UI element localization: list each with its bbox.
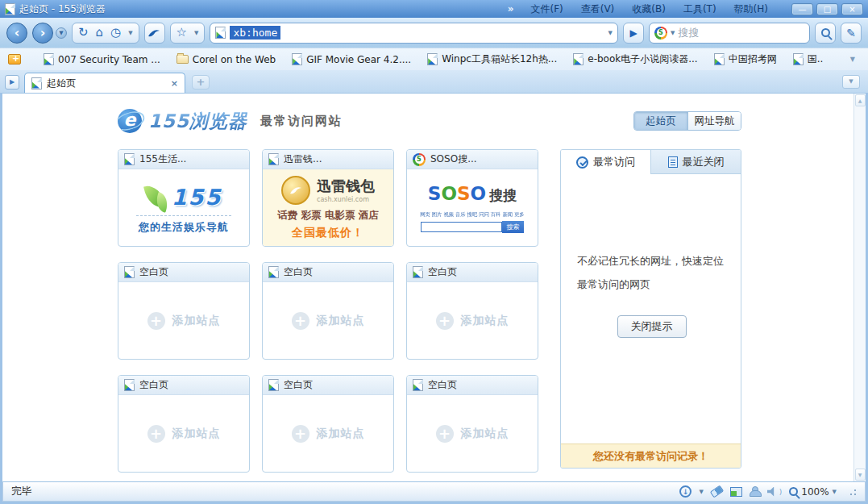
add-site-button[interactable]: +添加站点 [147, 312, 221, 330]
page-icon [427, 53, 438, 65]
tabbar-chevron-button[interactable]: ▼ [842, 75, 860, 89]
layout-panel-icon[interactable] [730, 487, 742, 497]
menu-file[interactable]: 文件(F) [521, 2, 571, 17]
maximize-button[interactable]: □ [816, 3, 838, 15]
blank-tile[interactable]: 空白页 +添加站点 [406, 262, 538, 360]
star-icon[interactable]: ☆ [177, 27, 187, 39]
blank-tile[interactable]: 空白页 +添加站点 [406, 375, 538, 473]
bookmark-item[interactable]: Corel on the Web [170, 52, 282, 67]
bookmark-item[interactable]: 007 Security Team ... [37, 52, 167, 67]
site-tile-soso[interactable]: SOSO搜... SOSO 搜搜 网页 图片 视频 音乐 搜吧 问问 百科 新闻… [406, 149, 538, 247]
download-dropdown-icon[interactable]: ▼ [699, 489, 703, 495]
refresh-icon[interactable]: ↻ [78, 27, 89, 39]
search-box[interactable]: ▼ [649, 23, 810, 44]
bookmarks-overflow-button[interactable]: ▼ [845, 54, 860, 65]
zoom-control[interactable]: 100% ▼ [789, 486, 837, 498]
panel-tab-recent[interactable]: 最近关闭 [651, 150, 741, 174]
menu-favorites[interactable]: 收藏(B) [623, 2, 675, 17]
soso-search-button[interactable]: 搜索 [502, 221, 524, 233]
menu-tools[interactable]: 工具(T) [675, 2, 725, 17]
minimize-button[interactable]: — [791, 3, 813, 15]
new-tab-button[interactable]: + [192, 75, 210, 90]
bookmark-label: Corel on the Web [193, 54, 276, 65]
engine-dropdown-icon[interactable]: ▼ [671, 30, 675, 36]
bookmark-item[interactable]: Winpc工具箱站长12h热... [421, 51, 563, 68]
page-icon [268, 266, 279, 278]
tab-list-button[interactable]: ▶ [5, 75, 19, 90]
edit-button[interactable]: ✎ [841, 23, 862, 44]
menu-view[interactable]: 查看(V) [572, 2, 624, 17]
bookmark-item[interactable]: 国.. [787, 51, 830, 68]
soso-search-input[interactable] [421, 222, 502, 232]
tile-title: SOSO搜... [430, 152, 477, 166]
bookmark-item[interactable]: e-book电子小说阅读器... [567, 51, 704, 68]
bookmark-label: 007 Security Team ... [58, 54, 160, 65]
site-tile-155[interactable]: 155生活... 155 您的生活娱乐导航 [118, 149, 250, 247]
start-page-button[interactable]: 起始页 [634, 112, 687, 130]
most-visited-panel: 最常访问 最近关闭 不必记住冗长的网址，快速定位最常访问的网页 关闭提示 [560, 149, 741, 469]
menu-overflow-icon[interactable]: » [508, 3, 514, 15]
address-dropdown-icon[interactable]: ▼ [608, 30, 613, 36]
blank-tile[interactable]: 空白页 +添加站点 [118, 375, 250, 473]
resize-grip[interactable] [849, 488, 857, 496]
zoom-dropdown-icon[interactable]: ▼ [833, 489, 837, 495]
blank-tile[interactable]: 空白页 +添加站点 [262, 262, 394, 360]
history-icon[interactable]: ◷ [110, 27, 121, 39]
blank-tile[interactable]: 空白页 +添加站点 [118, 262, 250, 360]
page-icon [714, 53, 725, 65]
add-favorite-icon[interactable] [8, 54, 21, 65]
soso-logo: SOSO 搜搜 [428, 183, 517, 205]
close-button[interactable]: × [841, 3, 863, 15]
tab-start-page[interactable]: 起始页 × [24, 73, 185, 93]
tile-title: 155生活... [139, 152, 186, 166]
back-button[interactable]: ‹ [6, 23, 27, 44]
chevron-down-icon[interactable]: ▼ [194, 30, 198, 36]
add-site-button[interactable]: +添加站点 [147, 425, 221, 443]
clean-traces-icon[interactable] [710, 485, 724, 498]
home-icon[interactable]: ⌂ [96, 27, 104, 39]
swallow-icon [289, 185, 303, 195]
forward-button[interactable]: › [32, 23, 53, 44]
bookmark-item[interactable]: GIF Movie Gear 4.2.... [285, 52, 417, 67]
tile-title: 空白页 [284, 265, 313, 279]
scroll-up-button[interactable]: ▲ [855, 94, 866, 106]
add-site-button[interactable]: +添加站点 [436, 312, 509, 330]
history-dropdown-icon[interactable]: ▼ [56, 27, 67, 39]
tab-close-icon[interactable]: × [171, 78, 178, 89]
tab-label: 起始页 [47, 77, 166, 90]
scroll-down-button[interactable]: ▼ [855, 469, 866, 481]
page-icon [31, 77, 42, 90]
go-button[interactable]: ▶ [623, 23, 644, 44]
view-switcher: 起始页 网址导航 [633, 111, 741, 131]
search-button[interactable] [815, 23, 836, 44]
site-tile-xunlei[interactable]: 迅雷钱... 迅雷钱包 cash.xunlei.com [262, 149, 394, 247]
panel-footer-message: 您还没有最常访问记录！ [561, 444, 741, 468]
address-bar[interactable]: xb:home ▼ [210, 23, 618, 44]
soso-engine-icon[interactable] [654, 27, 667, 40]
user-icon[interactable] [750, 486, 760, 497]
search-input[interactable] [678, 27, 804, 39]
add-site-button[interactable]: +添加站点 [292, 425, 365, 443]
xunlei-url: cash.xunlei.com [317, 196, 375, 203]
site-navigation-button[interactable]: 网址导航 [687, 112, 741, 130]
speaker-icon[interactable]: ) [767, 487, 783, 497]
plus-icon: + [292, 425, 309, 443]
bookmark-item[interactable]: 中国招考网 [708, 51, 783, 68]
soso-category-links[interactable]: 网页 图片 视频 音乐 搜吧 问问 百科 新闻 更多 [420, 210, 524, 218]
add-site-button[interactable]: +添加站点 [292, 312, 365, 330]
window-title: 起始页 - 155浏览器 [19, 2, 106, 16]
add-site-button[interactable]: +添加站点 [436, 425, 509, 443]
bookmark-label: 国.. [808, 52, 824, 66]
title-bar: 起始页 - 155浏览器 » 文件(F) 查看(V) 收藏(B) 工具(T) 帮… [0, 0, 868, 18]
menu-help[interactable]: 帮助(H) [725, 2, 777, 17]
close-tip-button[interactable]: 关闭提示 [617, 315, 687, 338]
page-icon [124, 379, 135, 391]
address-input[interactable]: xb:home [230, 26, 280, 40]
page-icon [268, 153, 279, 165]
download-icon[interactable]: ↓ [679, 485, 691, 498]
blank-tile[interactable]: 空白页 +添加站点 [262, 375, 394, 473]
browser-logo-button[interactable] [144, 23, 165, 44]
panel-tab-frequent[interactable]: 最常访问 [561, 150, 651, 174]
vertical-scrollbar[interactable]: ▲ ▼ [853, 94, 866, 481]
chevron-down-icon[interactable]: ▼ [128, 30, 132, 36]
